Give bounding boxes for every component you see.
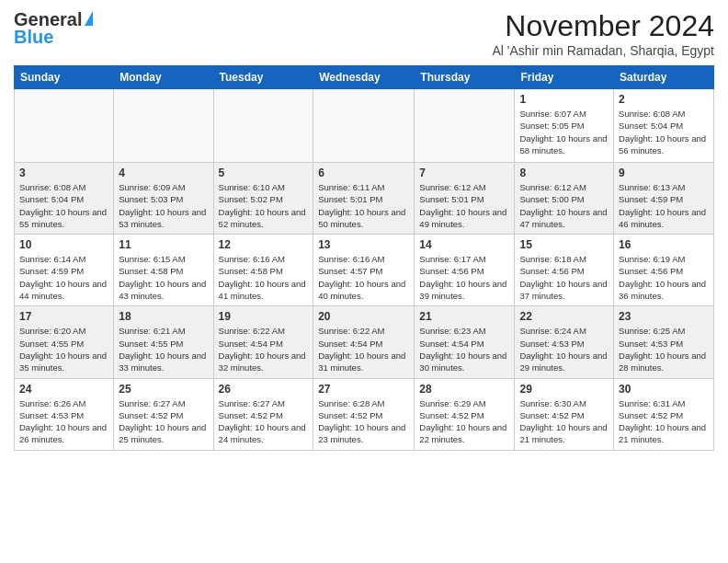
- day-number: 4: [119, 167, 208, 179]
- location: Al 'Ashir min Ramadan, Sharqia, Egypt: [492, 43, 714, 58]
- table-row: 30Sunrise: 6:31 AM Sunset: 4:52 PM Dayli…: [614, 378, 714, 450]
- col-friday: Friday: [515, 66, 614, 89]
- day-number: 15: [519, 238, 609, 251]
- day-number: 7: [419, 167, 509, 179]
- day-info: Sunrise: 6:26 AM Sunset: 4:53 PM Dayligh…: [19, 397, 108, 446]
- table-row: 9Sunrise: 6:13 AM Sunset: 4:59 PM Daylig…: [614, 163, 714, 235]
- table-row: 13Sunrise: 6:16 AM Sunset: 4:57 PM Dayli…: [313, 235, 415, 306]
- calendar-header-row: Sunday Monday Tuesday Wednesday Thursday…: [15, 66, 714, 89]
- day-number: 1: [519, 93, 609, 106]
- logo: General Blue: [14, 9, 93, 48]
- table-row: 6Sunrise: 6:11 AM Sunset: 5:01 PM Daylig…: [313, 163, 415, 235]
- day-number: 11: [119, 238, 208, 251]
- day-number: 20: [318, 310, 409, 323]
- day-info: Sunrise: 6:30 AM Sunset: 4:52 PM Dayligh…: [519, 397, 609, 446]
- day-number: 17: [19, 310, 108, 323]
- calendar-table: Sunday Monday Tuesday Wednesday Thursday…: [14, 65, 714, 451]
- col-wednesday: Wednesday: [313, 66, 415, 89]
- day-info: Sunrise: 6:15 AM Sunset: 4:58 PM Dayligh…: [119, 253, 208, 302]
- day-info: Sunrise: 6:31 AM Sunset: 4:52 PM Dayligh…: [619, 397, 709, 446]
- day-number: 6: [318, 167, 409, 179]
- logo-triangle: [85, 11, 93, 26]
- day-info: Sunrise: 6:18 AM Sunset: 4:56 PM Dayligh…: [519, 253, 609, 302]
- day-info: Sunrise: 6:17 AM Sunset: 4:56 PM Dayligh…: [419, 253, 509, 302]
- day-number: 21: [419, 310, 509, 323]
- day-number: 22: [519, 310, 609, 323]
- day-info: Sunrise: 6:19 AM Sunset: 4:56 PM Dayligh…: [619, 253, 709, 302]
- day-number: 3: [19, 167, 108, 179]
- table-row: 27Sunrise: 6:28 AM Sunset: 4:52 PM Dayli…: [313, 378, 415, 450]
- table-row: 20Sunrise: 6:22 AM Sunset: 4:54 PM Dayli…: [313, 306, 415, 378]
- day-info: Sunrise: 6:25 AM Sunset: 4:53 PM Dayligh…: [619, 325, 709, 373]
- month-title: November 2024: [492, 9, 714, 43]
- table-row: [213, 89, 313, 163]
- logo-line2: Blue: [14, 27, 53, 48]
- table-row: 10Sunrise: 6:14 AM Sunset: 4:59 PM Dayli…: [15, 235, 114, 306]
- col-sunday: Sunday: [15, 66, 114, 89]
- day-number: 10: [19, 238, 108, 251]
- table-row: 23Sunrise: 6:25 AM Sunset: 4:53 PM Dayli…: [614, 306, 714, 378]
- day-info: Sunrise: 6:28 AM Sunset: 4:52 PM Dayligh…: [318, 397, 409, 446]
- day-number: 13: [318, 238, 409, 251]
- table-row: 4Sunrise: 6:09 AM Sunset: 5:03 PM Daylig…: [114, 163, 213, 235]
- day-number: 9: [619, 167, 709, 179]
- day-info: Sunrise: 6:11 AM Sunset: 5:01 PM Dayligh…: [318, 181, 409, 230]
- table-row: 29Sunrise: 6:30 AM Sunset: 4:52 PM Dayli…: [515, 378, 614, 450]
- table-row: 8Sunrise: 6:12 AM Sunset: 5:00 PM Daylig…: [515, 163, 614, 235]
- table-row: 14Sunrise: 6:17 AM Sunset: 4:56 PM Dayli…: [415, 235, 515, 306]
- day-info: Sunrise: 6:08 AM Sunset: 5:04 PM Dayligh…: [19, 181, 108, 230]
- day-number: 8: [519, 167, 609, 179]
- calendar-week-row: 1Sunrise: 6:07 AM Sunset: 5:05 PM Daylig…: [15, 89, 714, 163]
- day-info: Sunrise: 6:29 AM Sunset: 4:52 PM Dayligh…: [419, 397, 509, 446]
- day-info: Sunrise: 6:23 AM Sunset: 4:54 PM Dayligh…: [419, 325, 509, 373]
- table-row: 21Sunrise: 6:23 AM Sunset: 4:54 PM Dayli…: [415, 306, 515, 378]
- day-number: 26: [219, 383, 309, 396]
- day-info: Sunrise: 6:16 AM Sunset: 4:57 PM Dayligh…: [318, 253, 409, 302]
- table-row: 24Sunrise: 6:26 AM Sunset: 4:53 PM Dayli…: [15, 378, 114, 450]
- day-number: 5: [219, 167, 309, 179]
- table-row: 1Sunrise: 6:07 AM Sunset: 5:05 PM Daylig…: [515, 89, 614, 163]
- table-row: 16Sunrise: 6:19 AM Sunset: 4:56 PM Dayli…: [614, 235, 714, 306]
- day-number: 29: [519, 383, 609, 396]
- table-row: 3Sunrise: 6:08 AM Sunset: 5:04 PM Daylig…: [15, 163, 114, 235]
- day-info: Sunrise: 6:07 AM Sunset: 5:05 PM Dayligh…: [519, 108, 609, 156]
- day-number: 25: [119, 383, 208, 396]
- table-row: 2Sunrise: 6:08 AM Sunset: 5:04 PM Daylig…: [614, 89, 714, 163]
- day-number: 28: [419, 383, 509, 396]
- day-info: Sunrise: 6:12 AM Sunset: 5:01 PM Dayligh…: [419, 181, 509, 230]
- day-number: 12: [219, 238, 309, 251]
- table-row: 17Sunrise: 6:20 AM Sunset: 4:55 PM Dayli…: [15, 306, 114, 378]
- title-block: November 2024 Al 'Ashir min Ramadan, Sha…: [492, 9, 714, 58]
- calendar-week-row: 3Sunrise: 6:08 AM Sunset: 5:04 PM Daylig…: [15, 163, 714, 235]
- day-info: Sunrise: 6:12 AM Sunset: 5:00 PM Dayligh…: [519, 181, 609, 230]
- col-monday: Monday: [114, 66, 213, 89]
- day-number: 24: [19, 383, 108, 396]
- table-row: 11Sunrise: 6:15 AM Sunset: 4:58 PM Dayli…: [114, 235, 213, 306]
- calendar-week-row: 24Sunrise: 6:26 AM Sunset: 4:53 PM Dayli…: [15, 378, 714, 450]
- day-info: Sunrise: 6:22 AM Sunset: 4:54 PM Dayligh…: [318, 325, 409, 373]
- table-row: 28Sunrise: 6:29 AM Sunset: 4:52 PM Dayli…: [415, 378, 515, 450]
- day-info: Sunrise: 6:16 AM Sunset: 4:58 PM Dayligh…: [219, 253, 309, 302]
- day-number: 19: [219, 310, 309, 323]
- table-row: [114, 89, 213, 163]
- table-row: 7Sunrise: 6:12 AM Sunset: 5:01 PM Daylig…: [415, 163, 515, 235]
- header: General Blue November 2024 Al 'Ashir min…: [14, 9, 714, 58]
- calendar-week-row: 10Sunrise: 6:14 AM Sunset: 4:59 PM Dayli…: [15, 235, 714, 306]
- day-info: Sunrise: 6:20 AM Sunset: 4:55 PM Dayligh…: [19, 325, 108, 373]
- table-row: [415, 89, 515, 163]
- calendar-week-row: 17Sunrise: 6:20 AM Sunset: 4:55 PM Dayli…: [15, 306, 714, 378]
- day-info: Sunrise: 6:08 AM Sunset: 5:04 PM Dayligh…: [619, 108, 709, 156]
- day-number: 18: [119, 310, 208, 323]
- table-row: 26Sunrise: 6:27 AM Sunset: 4:52 PM Dayli…: [213, 378, 313, 450]
- table-row: 18Sunrise: 6:21 AM Sunset: 4:55 PM Dayli…: [114, 306, 213, 378]
- day-info: Sunrise: 6:24 AM Sunset: 4:53 PM Dayligh…: [519, 325, 609, 373]
- table-row: 15Sunrise: 6:18 AM Sunset: 4:56 PM Dayli…: [515, 235, 614, 306]
- day-info: Sunrise: 6:09 AM Sunset: 5:03 PM Dayligh…: [119, 181, 208, 230]
- table-row: 25Sunrise: 6:27 AM Sunset: 4:52 PM Dayli…: [114, 378, 213, 450]
- day-number: 27: [318, 383, 409, 396]
- table-row: 5Sunrise: 6:10 AM Sunset: 5:02 PM Daylig…: [213, 163, 313, 235]
- day-info: Sunrise: 6:27 AM Sunset: 4:52 PM Dayligh…: [219, 397, 309, 446]
- table-row: [313, 89, 415, 163]
- table-row: 19Sunrise: 6:22 AM Sunset: 4:54 PM Dayli…: [213, 306, 313, 378]
- day-info: Sunrise: 6:14 AM Sunset: 4:59 PM Dayligh…: [19, 253, 108, 302]
